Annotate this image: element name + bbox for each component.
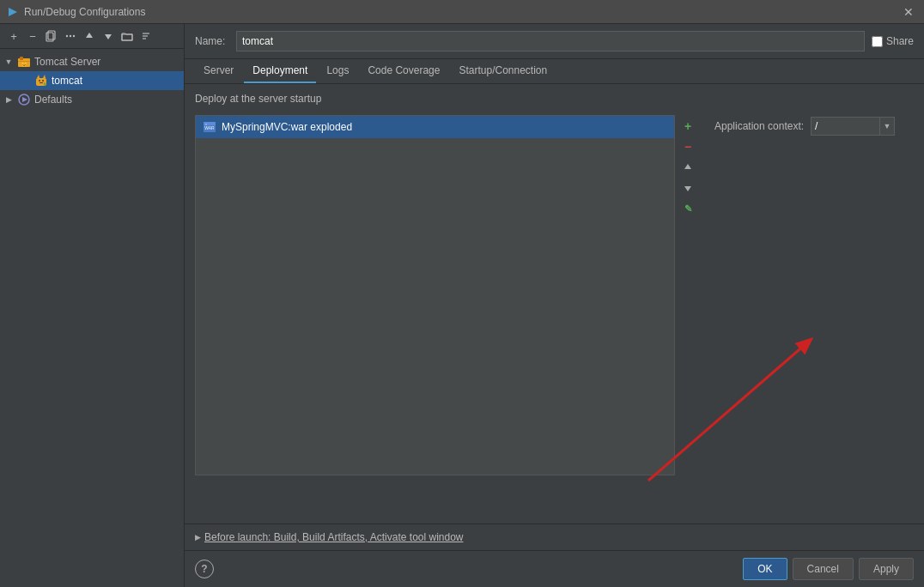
- more-options-button[interactable]: [62, 27, 79, 45]
- name-label: Name:: [195, 35, 229, 47]
- svg-marker-24: [22, 97, 27, 102]
- deployment-list: WAR MySpringMVC:war exploded: [195, 115, 675, 475]
- deployment-wrapper: WAR MySpringMVC:war exploded + −: [195, 115, 914, 515]
- copy-config-button[interactable]: [43, 27, 60, 45]
- sidebar-item-defaults[interactable]: ▶ Defaults: [0, 90, 184, 109]
- close-button[interactable]: ✕: [900, 3, 917, 21]
- remove-config-button[interactable]: −: [24, 27, 41, 45]
- name-row: Name: Share: [185, 24, 924, 59]
- svg-point-20: [42, 80, 44, 82]
- name-input[interactable]: [236, 31, 865, 51]
- svg-marker-6: [86, 33, 93, 38]
- tomcat-server-group-icon: 🐱: [17, 55, 31, 69]
- folder-button[interactable]: [119, 27, 136, 45]
- share-checkbox-row: Share: [872, 35, 914, 47]
- tabs-row: Server Deployment Logs Code Coverage Sta…: [185, 59, 924, 84]
- cancel-button[interactable]: Cancel: [793, 558, 854, 580]
- app-context-label: Application context:: [714, 120, 804, 132]
- svg-rect-28: [205, 124, 207, 125]
- svg-marker-7: [105, 34, 112, 39]
- before-launch-section: ▶ Before launch: Build, Build Artifacts,…: [185, 523, 924, 550]
- bottom-right: OK Cancel Apply: [743, 558, 914, 580]
- tree-expand-arrow: ▼: [3, 57, 14, 67]
- before-launch-toggle[interactable]: ▶: [195, 533, 201, 542]
- deployment-item-0[interactable]: WAR MySpringMVC:war exploded: [196, 116, 674, 138]
- deploy-section-label: Deploy at the server startup: [195, 93, 914, 105]
- app-context-input-group: ▼: [811, 117, 895, 136]
- edit-deployment-button[interactable]: ✎: [678, 199, 697, 218]
- move-down-button[interactable]: [100, 27, 117, 45]
- app-context-dropdown[interactable]: ▼: [879, 117, 895, 136]
- defaults-label: Defaults: [34, 94, 72, 106]
- tab-coverage[interactable]: Code Coverage: [359, 59, 448, 83]
- svg-marker-30: [684, 186, 691, 191]
- war-exploded-icon: WAR: [203, 120, 216, 134]
- svg-marker-17: [37, 75, 40, 78]
- bottom-bar: ? OK Cancel Apply: [185, 550, 924, 587]
- tomcat-child-icon: [34, 74, 48, 88]
- svg-marker-29: [684, 164, 691, 169]
- deployment-side-buttons: + − ✎: [675, 115, 701, 515]
- ok-button[interactable]: OK: [743, 558, 787, 580]
- svg-text:🐱: 🐱: [21, 62, 27, 68]
- move-deployment-up-button[interactable]: [678, 158, 697, 177]
- sidebar-item-tomcat[interactable]: ▶ tomcat: [0, 71, 184, 90]
- sidebar-item-tomcat-server-group[interactable]: ▼ 🐱 Tomcat Server: [0, 52, 184, 71]
- svg-rect-13: [20, 57, 23, 60]
- tab-logs[interactable]: Logs: [318, 59, 357, 83]
- tab-server[interactable]: Server: [195, 59, 242, 83]
- share-label: Share: [886, 35, 914, 47]
- apply-button[interactable]: Apply: [859, 558, 914, 580]
- title-bar-icon: [7, 6, 19, 18]
- tab-startup[interactable]: Startup/Connection: [450, 59, 556, 83]
- svg-rect-21: [40, 82, 43, 83]
- sidebar-toolbar: + −: [0, 24, 184, 49]
- svg-rect-8: [122, 34, 132, 40]
- before-launch-label[interactable]: Before launch: Build, Build Artifacts, A…: [204, 531, 464, 543]
- svg-text:WAR: WAR: [204, 125, 215, 130]
- remove-deployment-button[interactable]: −: [678, 137, 697, 156]
- add-deployment-button[interactable]: +: [678, 117, 697, 136]
- tree-collapsed-arrow: ▶: [3, 94, 14, 105]
- svg-point-5: [73, 35, 75, 37]
- svg-marker-18: [43, 75, 46, 78]
- content-area: Name: Share Server Deployment Logs Code …: [185, 24, 924, 587]
- move-up-button[interactable]: [81, 27, 98, 45]
- title-bar: Run/Debug Configurations ✕: [0, 0, 924, 24]
- sidebar: + −: [0, 24, 185, 587]
- share-checkbox[interactable]: [872, 36, 883, 47]
- svg-point-4: [70, 35, 71, 37]
- sidebar-tree: ▼ 🐱 Tomcat Server ▶: [0, 49, 184, 587]
- bottom-left: ?: [195, 560, 214, 578]
- svg-marker-0: [9, 8, 17, 16]
- add-config-button[interactable]: +: [5, 27, 22, 45]
- svg-point-3: [66, 35, 68, 37]
- app-context-row: Application context: ▼: [708, 117, 897, 136]
- tomcat-child-label: tomcat: [52, 75, 82, 87]
- tomcat-server-group-label: Tomcat Server: [34, 56, 100, 68]
- deployment-right: Application context: ▼: [708, 115, 914, 515]
- app-context-field[interactable]: [811, 117, 879, 136]
- move-deployment-down-button[interactable]: [678, 179, 697, 197]
- help-button[interactable]: ?: [195, 560, 214, 578]
- tab-content-deployment: Deploy at the server startup WAR: [185, 84, 924, 523]
- svg-point-19: [39, 80, 40, 82]
- deployment-left: WAR MySpringMVC:war exploded + −: [195, 115, 701, 515]
- sort-button[interactable]: [137, 27, 155, 45]
- defaults-icon: [17, 93, 31, 106]
- tab-deployment[interactable]: Deployment: [244, 59, 316, 83]
- title-bar-text: Run/Debug Configurations: [24, 6, 895, 18]
- main-container: + −: [0, 24, 924, 587]
- deployment-item-label-0: MySpringMVC:war exploded: [222, 121, 352, 133]
